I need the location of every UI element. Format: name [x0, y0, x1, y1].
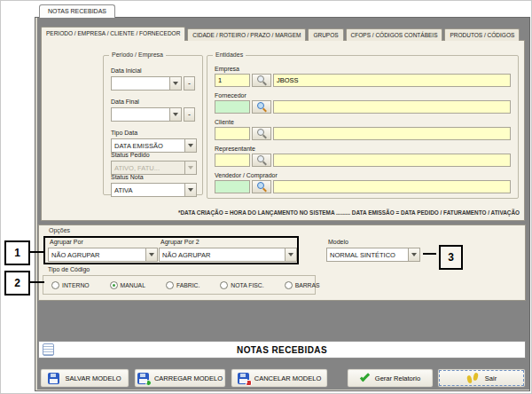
status-nota-value[interactable]: ATIVA [111, 183, 184, 197]
sair-button[interactable]: Sair [437, 368, 526, 388]
data-inicial-value[interactable] [111, 76, 169, 91]
empresa-search-button[interactable] [252, 74, 271, 87]
data-inicial-clear-button[interactable]: - [184, 76, 195, 91]
groupbox-entidades: Entidades Empresa 1 JBOSS Fornecedor C [207, 55, 519, 199]
chevron-down-icon [149, 253, 154, 256]
outer-tab-notas-recebidas[interactable]: NOTAS RECEBIDAS [39, 4, 115, 18]
tipo-data-select[interactable]: DATA EMISSÃO [111, 138, 197, 153]
load-disk-icon [137, 373, 149, 384]
salvar-modelo-label: SALVAR MODELO [65, 374, 121, 382]
vendedor-comprador-label: Vendedor / Comprador [215, 172, 511, 178]
agrupar-por-label: Agrupar Por [50, 239, 83, 245]
report-title-bar: NOTAS RECEBIDAS [38, 341, 526, 359]
cliente-name-field[interactable] [273, 127, 511, 140]
data-inicial-dropdown-button[interactable] [169, 76, 182, 91]
agrupar-por-select[interactable]: NÃO AGRUPAR [48, 248, 158, 262]
modelo-select[interactable]: NORMAL SINTÉTICO [326, 248, 420, 262]
data-inicial-picker[interactable] [111, 76, 182, 91]
tab-produtos-codigos[interactable]: PRODUTOS / CÓDIGOS [444, 28, 520, 41]
radio-icon [51, 281, 59, 289]
opcoes-panel: Opções Agrupar Por NÃO AGRUPAR Agrupar P… [38, 225, 526, 301]
tipo-data-label: Tipo Data [111, 130, 137, 136]
radio-fabric[interactable]: FABRIC. [166, 281, 200, 289]
tab-grupos[interactable]: GRUPOS [308, 28, 343, 41]
representante-code-field[interactable] [215, 154, 250, 167]
chevron-down-icon [188, 144, 193, 147]
report-icon[interactable] [43, 343, 54, 356]
modelo-dropdown-button[interactable] [408, 248, 420, 262]
data-final-clear-button[interactable]: - [184, 107, 195, 122]
vendedor-name-field[interactable] [273, 180, 511, 193]
date-footnote: *DATA CRIAÇÃO = HORA DO LANÇAMENTO NO SI… [178, 209, 520, 216]
representante-label: Representante [215, 146, 511, 152]
radio-fabric-label: FABRIC. [176, 282, 200, 288]
agrupar-por-value[interactable]: NÃO AGRUPAR [48, 248, 145, 262]
radio-manual[interactable]: MANUAL [110, 281, 145, 289]
tab-page-periodo: Periodo / Empresa Data Inicial - Data Fi… [41, 40, 525, 221]
fornecedor-code-field[interactable] [215, 100, 250, 114]
status-nota-select[interactable]: ATIVA [111, 183, 197, 197]
tab-cidade-roteiro-prazo-margem[interactable]: CIDADE / ROTEIRO / PRAZO / MARGEM [187, 28, 306, 41]
data-final-picker[interactable] [111, 107, 182, 122]
representante-search-button[interactable] [252, 154, 271, 167]
tab-periodo-empresa-cliente-fornecedor[interactable]: PERIODO / EMPRESA / CLIENTE / FORNECEDOR [41, 27, 185, 41]
radio-icon [166, 281, 174, 289]
cliente-search-button[interactable] [252, 127, 271, 140]
screenshot-root: NOTAS RECEBIDAS PERIODO / EMPRESA / CLIE… [0, 0, 532, 394]
groupbox-periodo-title: Periodo / Empresa [109, 51, 166, 58]
vendedor-search-button[interactable] [252, 180, 271, 193]
cancel-disk-icon [238, 373, 249, 384]
status-pedido-dropdown-button [184, 161, 197, 175]
cancelar-modelo-button[interactable]: CANCELAR MODELO [231, 368, 328, 388]
empresa-name-field[interactable]: JBOSS [273, 74, 511, 87]
entidade-row-vendedor-comprador: Vendedor / Comprador [215, 172, 511, 193]
status-pedido-label: Status Pedido [111, 152, 150, 158]
x-badge-icon [246, 380, 252, 386]
chevron-down-icon [411, 253, 417, 256]
data-final-value[interactable] [111, 107, 169, 122]
agrupar-por-2-value[interactable]: NÃO AGRUPAR [159, 248, 285, 262]
data-inicial-label: Data Inicial [111, 67, 142, 74]
radio-icon [285, 281, 293, 289]
modelo-value[interactable]: NORMAL SINTÉTICO [326, 248, 408, 262]
vendedor-code-field[interactable] [215, 180, 250, 193]
modelo-label: Modelo [328, 239, 348, 245]
fornecedor-search-button[interactable] [252, 100, 271, 114]
radio-nota-fisc[interactable]: NOTA FISC. [220, 281, 263, 289]
opcoes-title: Opções [46, 227, 73, 233]
status-nota-dropdown-button[interactable] [184, 183, 197, 197]
footprints-icon [466, 373, 480, 384]
agrupar-por-2-select[interactable]: NÃO AGRUPAR [159, 248, 297, 262]
agrupar-por-dropdown-button[interactable] [145, 248, 158, 262]
gerar-relatorio-button[interactable]: Gerar Relatorio [347, 368, 434, 388]
data-final-dropdown-button[interactable] [169, 107, 182, 122]
cliente-label: Cliente [215, 119, 511, 125]
annotation-marker-3: 3 [439, 245, 463, 270]
chevron-down-icon [188, 188, 193, 192]
radio-interno[interactable]: INTERNO [51, 281, 90, 289]
radio-manual-label: MANUAL [121, 282, 145, 288]
carregar-modelo-label: CARREGAR MODELO [154, 374, 223, 382]
fornecedor-label: Fornecedor [215, 92, 511, 98]
tipo-data-value[interactable]: DATA EMISSÃO [111, 138, 184, 153]
representante-name-field[interactable] [273, 154, 511, 167]
tab-cfops-codigos-contabeis[interactable]: CFOPS / CÓDIGOS CONTÁBEIS [346, 28, 443, 41]
entidade-row-empresa: Empresa 1 JBOSS [215, 66, 511, 87]
empresa-code-field[interactable]: 1 [215, 74, 250, 87]
annotation-marker-1: 1 [4, 240, 30, 265]
radio-barras[interactable]: BARRAS [285, 281, 320, 289]
tipo-data-dropdown-button[interactable] [184, 138, 197, 153]
chevron-down-icon [188, 166, 193, 169]
check-icon [360, 372, 370, 382]
status-pedido-value: ATIVO, FATU... [111, 161, 184, 175]
agrupar-por-2-label: Agrupar Por 2 [160, 239, 200, 245]
tab-strip: PERIODO / EMPRESA / CLIENTE / FORNECEDOR… [41, 27, 521, 41]
cliente-code-field[interactable] [215, 127, 250, 140]
agrupar-por-2-dropdown-button[interactable] [285, 248, 297, 262]
data-final-label: Data Final [111, 98, 139, 105]
radio-barras-label: BARRAS [295, 282, 320, 288]
annotation-line-2 [30, 281, 44, 283]
fornecedor-name-field[interactable] [273, 100, 511, 114]
carregar-modelo-button[interactable]: CARREGAR MODELO [134, 368, 226, 388]
salvar-modelo-button[interactable]: SALVAR MODELO [40, 368, 129, 388]
